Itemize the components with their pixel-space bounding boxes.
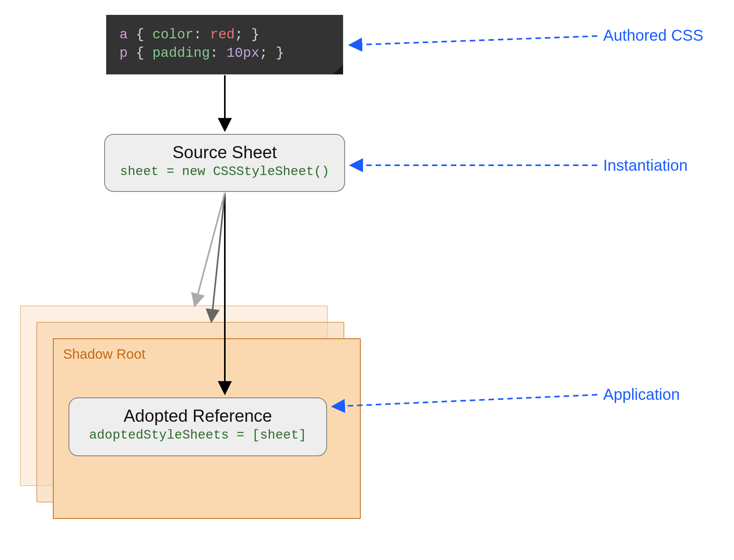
source-sheet-title: Source Sheet (109, 143, 340, 162)
source-sheet-code: sheet = new CSSStyleSheet() (109, 164, 340, 179)
code-line-1: a { color: red; } (119, 26, 330, 44)
code-property: padding (152, 45, 210, 61)
diagram-root: a { color: red; } p { padding: 10px; } S… (0, 0, 734, 560)
code-selector: p (119, 45, 128, 61)
source-sheet-card: Source Sheet sheet = new CSSStyleSheet() (104, 134, 345, 192)
code-property: color (152, 27, 193, 43)
arrow-source-to-shadow-3 (195, 193, 225, 305)
code-brace: } (251, 27, 259, 43)
arrow-source-to-shadow-2 (212, 193, 225, 320)
code-semi: ; (259, 45, 268, 61)
adopted-reference-card: Adopted Reference adoptedStyleSheets = [… (69, 397, 327, 456)
callout-instantiation: Instantiation (603, 157, 688, 174)
code-value: 10px (226, 45, 259, 61)
code-brace: } (276, 45, 284, 61)
adopted-reference-title: Adopted Reference (73, 406, 322, 426)
code-selector: a (119, 27, 128, 43)
code-semi: ; (235, 27, 243, 43)
code-colon: : (193, 27, 202, 43)
code-colon: : (210, 45, 218, 61)
callout-authored-css: Authored CSS (603, 27, 703, 44)
code-brace: { (136, 45, 144, 61)
callout-arrow-authored (351, 36, 597, 45)
callout-arrow-application (334, 395, 597, 406)
code-line-2: p { padding: 10px; } (119, 44, 330, 63)
shadow-root-title: Shadow Root (63, 346, 351, 362)
callout-application: Application (603, 386, 680, 403)
authored-css-code-block: a { color: red; } p { padding: 10px; } (106, 15, 343, 74)
adopted-reference-code: adoptedStyleSheets = [sheet] (73, 428, 322, 443)
code-brace: { (136, 27, 144, 43)
code-value: red (210, 27, 235, 43)
